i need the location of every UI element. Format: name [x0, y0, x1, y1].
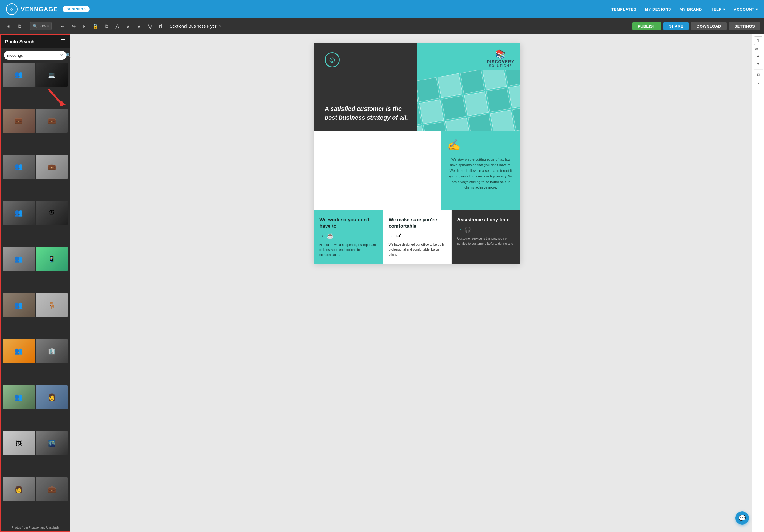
photo-search-section: ✕ 🔍: [1, 48, 70, 61]
main-layout: Photo Search ☰ ✕ 🔍: [0, 34, 764, 532]
col1-body: No matter what happened, it's important …: [319, 242, 377, 258]
business-badge[interactable]: BUSINESS: [63, 6, 89, 12]
page-more-options-icon[interactable]: ⋮: [756, 79, 761, 85]
zoom-control[interactable]: 🔍 80% ▾: [30, 22, 52, 30]
tile: [438, 73, 463, 98]
nav-my-designs[interactable]: MY DESIGNS: [645, 7, 671, 12]
toolbar-delete-icon[interactable]: 🗑: [156, 22, 165, 31]
photo-thumb-14[interactable]: [36, 339, 68, 363]
photo-thumb-17[interactable]: [3, 431, 35, 455]
col1-cup-icon: ☕: [327, 233, 333, 239]
photo-thumb-8[interactable]: [36, 201, 68, 225]
photo-thumb-15[interactable]: [3, 385, 35, 409]
toolbar-lock-icon[interactable]: 🔒: [91, 22, 100, 31]
page-down-icon[interactable]: ▼: [755, 61, 761, 67]
photo-thumb-1[interactable]: [3, 63, 35, 87]
sidebar-header: Photo Search ☰: [1, 35, 70, 48]
chat-widget-button[interactable]: 💬: [735, 511, 749, 525]
toolbar-right-buttons: PUBLISH SHARE DOWNLOAD SETTINGS: [632, 22, 760, 30]
company-name: DISCOVERY: [487, 59, 514, 64]
flyer-bottom-section: We work so you don't have to → ☕ No matt…: [314, 210, 520, 264]
toolbar-arrange-down-icon[interactable]: ⋁: [145, 22, 154, 31]
photo-grid: [1, 61, 70, 524]
smiley-face-icon: ☺: [325, 52, 340, 68]
photo-thumb-2[interactable]: [36, 63, 68, 87]
download-button[interactable]: DOWNLOAD: [691, 22, 726, 30]
photo-thumb-7[interactable]: [3, 201, 35, 225]
col3-body: Customer service is the provision of ser…: [457, 236, 515, 246]
toolbar-undo-icon[interactable]: ↩: [58, 22, 67, 31]
photo-thumb-9[interactable]: [3, 247, 35, 271]
share-button[interactable]: SHARE: [664, 22, 689, 30]
tile: [482, 71, 507, 90]
zoom-chevron-icon: ▾: [47, 24, 49, 28]
page-ctrl-divider: [754, 69, 763, 70]
publish-button[interactable]: PUBLISH: [632, 22, 661, 30]
nav-help[interactable]: HELP ▾: [710, 7, 725, 12]
logo[interactable]: ○ VENNGAGE: [6, 3, 58, 15]
flyer-col-2: We make sure you're comfortable → 🛋 We h…: [383, 210, 452, 264]
search-clear-icon[interactable]: ✕: [60, 53, 64, 58]
toolbar-resize-icon[interactable]: ⊡: [80, 22, 89, 31]
tile: [417, 77, 440, 102]
flyer-middle-left: [314, 131, 441, 210]
photo-thumb-18[interactable]: [36, 431, 68, 455]
tile: [490, 110, 515, 131]
photo-thumb-12[interactable]: [36, 293, 68, 317]
flyer-middle-right: ✍ We stay on the cutting edge of tax law…: [441, 131, 520, 210]
tile: [486, 88, 511, 113]
page-copy-icon[interactable]: ⧉: [757, 72, 760, 77]
col2-arrow-area: → 🛋: [389, 233, 446, 239]
photo-thumb-10[interactable]: [36, 247, 68, 271]
toolbar-redo-icon[interactable]: ↪: [69, 22, 78, 31]
settings-button[interactable]: SETTINGS: [729, 22, 760, 30]
col2-sofa-icon: 🛋: [396, 233, 401, 239]
photo-thumb-6[interactable]: [36, 155, 68, 179]
page-number-input[interactable]: [754, 37, 762, 45]
flyer-col-3: Assistance at any time → 🎧 Customer serv…: [452, 210, 520, 264]
toolbar-copy-icon[interactable]: ⧉: [102, 22, 111, 31]
photo-thumb-13[interactable]: [3, 339, 35, 363]
toolbar-arrange-up-icon[interactable]: ⋀: [113, 22, 122, 31]
discovery-logo-area: 📚 DISCOVERY SOLUTIONS: [487, 49, 514, 68]
tile: [468, 114, 492, 131]
flyer-middle-section: ✍ We stay on the cutting edge of tax law…: [314, 131, 520, 210]
nav-left: ○ VENNGAGE BUSINESS: [6, 3, 90, 15]
nav-templates[interactable]: TEMPLATES: [611, 7, 636, 12]
search-input[interactable]: [7, 53, 58, 58]
photo-thumb-19[interactable]: [3, 477, 35, 501]
nav-account[interactable]: ACCOUNT ▾: [734, 7, 758, 12]
hamburger-menu-icon[interactable]: ☰: [61, 38, 65, 45]
canvas-area[interactable]: ☺ A satisfied customer is the best busin…: [71, 34, 764, 532]
toolbar-duplicate-icon[interactable]: ⧉: [15, 22, 24, 31]
edit-title-icon[interactable]: ✎: [219, 24, 222, 29]
photo-thumb-5[interactable]: [3, 155, 35, 179]
tile: [504, 71, 520, 86]
search-submit-icon[interactable]: 🔍: [65, 53, 71, 58]
app-name: VENNGAGE: [21, 6, 58, 13]
nav-my-brand[interactable]: MY BRAND: [679, 7, 702, 12]
toolbar-page-icon[interactable]: ⊞: [4, 22, 13, 31]
page-controls: of 1 ▲ ▼ ⧉ ⋮: [752, 34, 764, 532]
photo-thumb-16[interactable]: [36, 385, 68, 409]
col1-arrow-icon: →: [319, 233, 324, 239]
page-up-icon[interactable]: ▲: [755, 53, 761, 59]
flyer-top-section: ☺ A satisfied customer is the best busin…: [314, 43, 520, 131]
tile: [464, 92, 488, 116]
photo-thumb-3[interactable]: [3, 109, 35, 133]
toolbar-down-icon[interactable]: ∨: [134, 22, 144, 31]
col2-arrow-icon: →: [389, 233, 394, 238]
photo-thumb-4[interactable]: [36, 109, 68, 133]
photo-thumb-11[interactable]: [3, 293, 35, 317]
flyer-top-left: ☺ A satisfied customer is the best busin…: [314, 43, 417, 131]
zoom-icon: 🔍: [33, 24, 37, 28]
search-bar: ✕ 🔍: [4, 51, 67, 60]
logo-icon: ○: [6, 3, 18, 15]
flyer-canvas: ☺ A satisfied customer is the best busin…: [314, 43, 520, 264]
tile: [446, 118, 471, 131]
toolbar-up-icon[interactable]: ∧: [123, 22, 133, 31]
top-navigation: ○ VENNGAGE BUSINESS TEMPLATES MY DESIGNS…: [0, 0, 764, 18]
tile: [460, 71, 484, 94]
photo-thumb-20[interactable]: [36, 477, 68, 501]
toolbar: ⊞ ⧉ 🔍 80% ▾ ↩ ↪ ⊡ 🔒 ⧉ ⋀ ∧ ∨ ⋁ 🗑 Sectiona…: [0, 18, 764, 34]
